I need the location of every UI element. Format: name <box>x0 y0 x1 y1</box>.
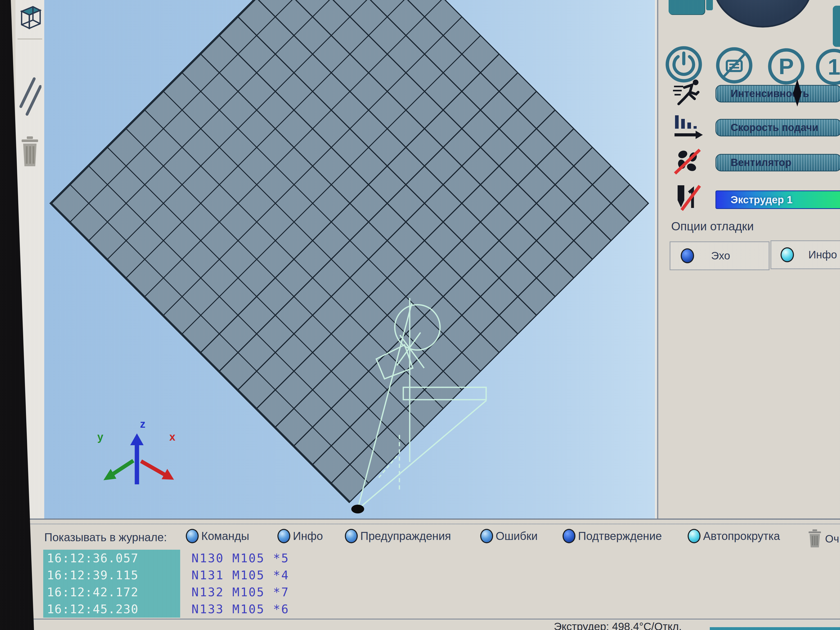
log-section-border <box>0 524 840 524</box>
filter-label: Предупраждения <box>360 530 451 543</box>
log-timestamp: 16:12:45.230 <box>43 601 180 617</box>
axis-z-label: z <box>140 418 145 430</box>
extruder-1-icon: 1 <box>828 54 840 79</box>
fan-off-icon <box>672 147 705 175</box>
extruder-status: Экструдер: 498,4°C/Откл. <box>554 621 682 630</box>
errors-led-icon <box>480 529 493 543</box>
log-timestamp: 16:12:36.057 <box>43 550 180 567</box>
filter-label: Автопрокрутка <box>703 530 780 543</box>
filter-autoscroll-toggle[interactable]: Автопрокрутка <box>688 529 780 543</box>
print-path-overlay: y z x <box>44 0 655 519</box>
toggle-show-object-button[interactable] <box>18 2 42 33</box>
park-button[interactable]: P <box>767 46 805 85</box>
speed-multiply-slider[interactable]: Интенсивность <box>715 85 840 103</box>
emergency-stop-button[interactable] <box>712 0 813 28</box>
log-row: 16:12:39.115 N131 M105 *4 <box>0 567 840 584</box>
double-slash-icon <box>18 75 41 119</box>
viewport-3d[interactable]: y z x <box>44 0 655 519</box>
slider-label: Скорость подачи <box>716 120 840 135</box>
heater-off-button[interactable] <box>715 45 753 84</box>
log-section: Показывать в журнале: Команды Инфо Преду… <box>0 519 840 630</box>
axis-gizmo-icon: y z x <box>97 418 175 484</box>
delete-object-button[interactable] <box>18 134 42 170</box>
status-bar-separator <box>0 619 840 619</box>
feed-rate-icon <box>672 113 705 141</box>
status-progress-band <box>710 627 840 630</box>
filter-label: Инфо <box>293 530 323 543</box>
debug-option-label: Инфо <box>808 249 837 261</box>
right-panel: P 1 Интенсивность <box>658 0 840 519</box>
log-message: N130 M105 *5 <box>191 550 289 567</box>
panel-corner-icon[interactable] <box>833 6 840 47</box>
home-icon-knob <box>706 0 713 10</box>
log-filter-label: Показывать в журнале: <box>44 531 167 544</box>
filter-commands-toggle[interactable]: Команды <box>186 529 249 543</box>
viewport-margin <box>655 0 657 519</box>
log-message: N132 M105 *7 <box>191 584 289 601</box>
filter-warnings-toggle[interactable]: Предупраждения <box>345 529 451 543</box>
log-row: 16:12:36.057 N130 M105 *5 <box>0 550 840 567</box>
commands-led-icon <box>186 529 199 543</box>
toggle-travel-moves-button[interactable] <box>18 75 42 119</box>
autoscroll-led-icon <box>688 529 701 543</box>
park-icon: P <box>779 54 794 79</box>
info-led-icon <box>278 529 290 543</box>
debug-info-toggle[interactable]: Инфо <box>771 240 840 269</box>
extruder-1-button[interactable]: 1 <box>815 47 840 85</box>
debug-options-title: Опции отладки <box>671 219 754 233</box>
clear-log-label: Оч <box>825 533 839 545</box>
debug-option-label: Эхо <box>711 249 730 262</box>
echo-led-icon <box>681 248 694 263</box>
axis-x-label: x <box>169 431 175 443</box>
extruder-off-icon <box>672 183 705 212</box>
wireframe-cube-icon <box>18 3 42 32</box>
slider-label: Вентилятор <box>716 155 840 170</box>
filter-errors-toggle[interactable]: Ошибки <box>480 529 538 543</box>
log-row: 16:12:45.230 N133 M105 *6 <box>0 601 840 617</box>
filter-label: Ошибки <box>496 530 538 543</box>
filter-info-toggle[interactable]: Инфо <box>278 529 323 543</box>
feed-rate-slider[interactable]: Скорость подачи <box>715 119 840 136</box>
speed-runner-icon <box>672 79 705 107</box>
print-path <box>358 298 486 508</box>
slider-label: Экструдер 1 <box>716 191 840 208</box>
monitor-screen: y z x <box>0 0 840 630</box>
axis-y-label: y <box>97 431 103 443</box>
log-message: N131 M105 *4 <box>191 567 289 584</box>
info-led-icon <box>780 247 794 262</box>
trash-icon <box>21 135 39 169</box>
log-row: 16:12:42.172 N132 M105 *7 <box>0 584 840 601</box>
slider-label: Интенсивность <box>716 86 840 101</box>
heater-off-icon <box>724 54 745 77</box>
ack-led-icon <box>562 529 575 543</box>
power-icon <box>674 53 693 74</box>
log-timestamp: 16:12:39.115 <box>43 567 180 584</box>
trash-icon <box>808 529 821 549</box>
debug-echo-toggle[interactable]: Эхо <box>669 242 769 270</box>
warnings-led-icon <box>345 529 358 543</box>
fan-slider[interactable]: Вентилятор <box>715 154 840 171</box>
extruder-position-dot <box>351 505 364 513</box>
clear-log-button[interactable]: Оч <box>808 529 839 549</box>
filter-label: Подтверждение <box>578 530 662 543</box>
extruder-temp-bar[interactable]: Экструдер 1 <box>715 190 840 209</box>
toolbar-separator <box>17 39 42 39</box>
log-timestamp: 16:12:42.172 <box>43 584 180 601</box>
log-message: N133 M105 *6 <box>191 601 289 617</box>
home-icon[interactable] <box>669 0 705 14</box>
filter-label: Команды <box>201 530 249 543</box>
power-button[interactable] <box>665 44 703 83</box>
filter-ack-toggle[interactable]: Подтверждение <box>562 529 662 543</box>
